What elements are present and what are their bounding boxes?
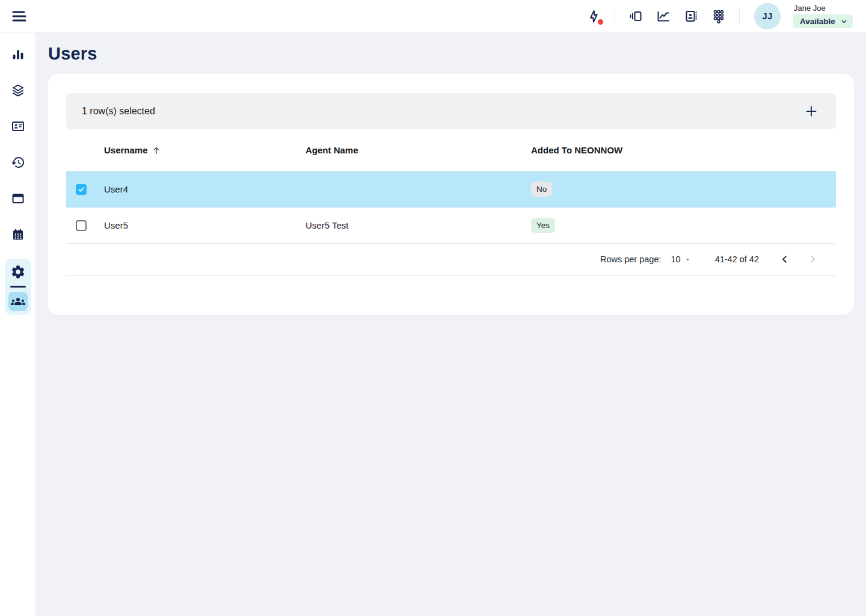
layers-icon <box>11 83 25 97</box>
cell-added: No <box>531 182 836 197</box>
users-table: Username Agent Name Added To NEONNOW <box>66 129 836 276</box>
row-checkbox-checked[interactable] <box>76 184 87 195</box>
row-checkbox-cell <box>66 220 104 231</box>
panels-button[interactable] <box>625 5 646 27</box>
sidebar-item-contacts[interactable] <box>6 114 30 138</box>
status-label: Available <box>800 17 835 26</box>
page-title: Users <box>48 44 854 64</box>
table-row[interactable]: User4 No <box>66 171 836 208</box>
user-name: Jane Joe <box>793 4 826 13</box>
status-dropdown[interactable]: Available <box>793 14 853 28</box>
history-icon <box>11 155 25 170</box>
bar-chart-icon <box>11 47 25 61</box>
user-block: Jane Joe Available <box>793 4 854 28</box>
contact-card-icon <box>11 119 25 134</box>
table-header-row: Username Agent Name Added To NEONNOW <box>66 129 836 171</box>
menu-button[interactable] <box>8 5 30 27</box>
dropdown-arrow-icon <box>684 256 691 263</box>
column-header-username[interactable]: Username <box>104 145 306 155</box>
cell-agent-name: User5 Test <box>306 220 531 230</box>
rows-per-page-value: 10 <box>671 254 680 264</box>
chevron-down-icon <box>840 17 848 25</box>
calendar-icon <box>11 227 25 242</box>
browser-window-icon <box>11 191 25 206</box>
added-badge: Yes <box>531 218 555 233</box>
rows-per-page-select[interactable]: 10 <box>671 254 690 264</box>
pagination-bar: Rows per page: 10 41-42 of 42 <box>66 244 836 276</box>
table-row[interactable]: User5 User5 Test Yes <box>66 208 836 244</box>
topbar-actions: JJ Jane Joe Available <box>583 3 854 29</box>
topbar: JJ Jane Joe Available <box>0 0 866 32</box>
added-badge: No <box>531 182 552 197</box>
sidebar-item-users[interactable] <box>8 292 28 311</box>
dialpad-icon <box>711 9 726 23</box>
panels-icon <box>628 9 643 23</box>
line-chart-icon <box>656 9 671 23</box>
add-user-button[interactable] <box>801 101 821 122</box>
chevron-right-icon <box>807 254 818 265</box>
main-content: Users 1 row(s) selected Username <box>36 32 866 616</box>
contacts-button[interactable] <box>680 5 702 27</box>
sidebar-group-divider <box>10 286 26 288</box>
previous-page-button[interactable] <box>775 249 795 270</box>
hamburger-icon <box>11 10 27 23</box>
contact-card-icon <box>684 9 698 23</box>
next-page-button[interactable] <box>802 249 823 270</box>
analytics-button[interactable] <box>653 5 674 27</box>
divider <box>615 9 615 23</box>
sidebar-settings-group <box>5 259 31 315</box>
users-icon <box>11 294 25 309</box>
row-checkbox-unchecked[interactable] <box>76 220 87 231</box>
column-header-added[interactable]: Added To NEONNOW <box>531 145 836 155</box>
row-checkbox-cell <box>66 184 104 195</box>
notification-dot <box>598 19 603 25</box>
sort-asc-icon[interactable] <box>152 146 161 155</box>
column-header-agent-name[interactable]: Agent Name <box>306 145 531 155</box>
rows-per-page-label: Rows per page: <box>600 254 662 264</box>
flash-notifications-button[interactable] <box>583 5 605 27</box>
sidebar-item-browser[interactable] <box>6 186 30 211</box>
sidebar-item-calendar[interactable] <box>6 223 30 247</box>
cell-added: Yes <box>531 218 836 233</box>
cell-username: User5 <box>104 220 306 230</box>
selection-toolbar: 1 row(s) selected <box>66 93 836 129</box>
sidebar <box>0 32 36 616</box>
sidebar-item-history[interactable] <box>6 150 30 174</box>
cell-username: User4 <box>104 184 306 194</box>
sidebar-item-dashboard[interactable] <box>6 42 30 66</box>
divider <box>739 9 740 23</box>
sidebar-item-settings[interactable] <box>8 262 28 282</box>
sidebar-item-layers[interactable] <box>6 78 30 102</box>
gear-icon <box>10 264 26 280</box>
avatar[interactable]: JJ <box>754 3 781 29</box>
users-card: 1 row(s) selected Username <box>48 74 854 315</box>
pagination-range: 41-42 of 42 <box>715 254 759 264</box>
plus-icon <box>805 105 818 118</box>
dialpad-button[interactable] <box>708 5 729 27</box>
selection-count-text: 1 row(s) selected <box>82 106 155 117</box>
chevron-left-icon <box>779 254 790 265</box>
